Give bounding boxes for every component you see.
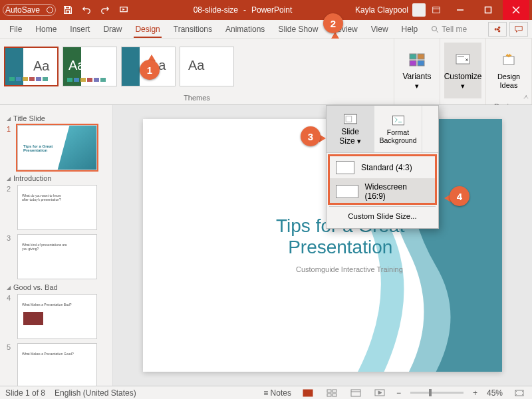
slide-counter[interactable]: Slide 1 of 8 [5,388,45,398]
ribbon-design: Aa Aa Aa Aa Themes Variants▾ Customize▾ [0,39,532,105]
collapse-ribbon-icon[interactable]: ㅅ [523,92,529,102]
app-name: PowerPoint [251,5,292,15]
format-background-button[interactable]: Format Background [374,106,422,152]
tab-home[interactable]: Home [29,20,63,38]
start-from-beginning-icon[interactable] [117,2,130,18]
svg-rect-1 [433,7,440,13]
slide-size-button[interactable]: Slide Size ▾ [327,106,374,152]
zoom-slider[interactable] [410,392,464,394]
svg-rect-20 [351,390,360,396]
slide-size-standard[interactable]: Standard (4:3) [329,157,436,178]
maximize-button[interactable] [475,0,501,20]
section-header[interactable]: Introduction [7,174,106,182]
slide[interactable]: Tips for a Great Presentation Customguid… [143,119,502,372]
undo-icon[interactable] [80,2,93,18]
title-bar: AutoSave 08-slide-size - PowerPoint Kayl… [0,0,532,20]
slide-canvas-area[interactable]: Tips for a Great Presentation Customguid… [113,105,532,386]
design-ideas-button[interactable]: Design Ideas [490,43,527,98]
svg-rect-10 [503,57,514,65]
svg-rect-5 [418,54,424,59]
custom-slide-size[interactable]: Custom Slide Size... [329,208,436,224]
slide-subtitle-text[interactable]: Customguide Interactive Training [296,265,403,273]
tab-insert[interactable]: Insert [63,20,96,38]
svg-rect-6 [410,61,416,66]
svg-rect-14 [303,390,313,396]
document-name: 08-slide-size [194,5,238,15]
callout-3: 3 [301,126,321,146]
tab-view[interactable]: View [364,20,395,38]
callout-1: 1 [140,60,160,80]
tab-transitions[interactable]: Transitions [167,20,219,38]
svg-rect-13 [392,116,404,125]
svg-point-3 [432,26,437,31]
slideshow-view-icon[interactable] [372,388,387,398]
customize-button[interactable]: Customize▾ [444,43,481,98]
aspect-16-9-icon [336,185,358,198]
callout-2: 2 [323,13,343,33]
workspace: Title Slide 1Tips for a GreatPresentatio… [0,105,532,386]
theme-thumbnail[interactable]: Aa [63,47,117,86]
svg-rect-7 [418,61,424,66]
ribbon-display-options-icon[interactable] [427,2,446,18]
svg-rect-16 [327,390,331,392]
zoom-level[interactable]: 45% [487,388,503,398]
svg-rect-4 [410,54,416,59]
close-button[interactable] [503,0,529,20]
theme-thumbnail[interactable]: Aa [4,47,59,86]
slide-thumbnail[interactable]: What Makes a Presentation Bad? [17,294,97,339]
svg-rect-9 [458,56,464,57]
tell-me-search[interactable]: Tell me [424,20,473,38]
slide-thumbnail-panel[interactable]: Title Slide 1Tips for a GreatPresentatio… [0,105,113,386]
language-indicator[interactable]: English (United States) [55,388,136,398]
notes-toggle[interactable]: ≡ Notes [263,388,291,398]
svg-rect-2 [485,7,491,13]
reading-view-icon[interactable] [348,388,363,398]
ribbon-group-themes: Themes [0,94,394,104]
callout-4: 4 [450,186,469,206]
redo-icon[interactable] [98,2,112,18]
slide-sorter-view-icon[interactable] [325,388,339,398]
user-avatar[interactable] [412,3,426,17]
user-name: Kayla Claypool [355,5,408,15]
svg-rect-12 [346,116,352,122]
svg-rect-17 [332,390,336,392]
zoom-out[interactable]: − [396,388,401,398]
normal-view-icon[interactable] [301,388,315,398]
tab-animations[interactable]: Animations [219,20,271,38]
section-header[interactable]: Good vs. Bad [7,283,106,291]
status-bar: Slide 1 of 8 English (United States) ≡ N… [0,386,532,399]
theme-thumbnail[interactable]: Aa [180,47,234,86]
tab-draw[interactable]: Draw [96,20,128,38]
comments-button[interactable] [509,22,528,37]
tab-design[interactable]: Design [128,20,166,38]
save-icon[interactable] [61,2,74,18]
slide-thumbnail[interactable]: What do you want to knowafter today's pr… [17,185,97,230]
tab-slideshow[interactable]: Slide Show [271,20,325,38]
customize-dropdown: Slide Size ▾ Format Background Standard … [326,105,439,229]
variants-button[interactable]: Variants▾ [398,43,436,98]
autosave-label: AutoSave [5,5,40,15]
slide-thumbnail[interactable]: What Makes a Presentation Good? [17,343,97,386]
slide-size-widescreen[interactable]: Widescreen (16:9) [329,178,436,205]
autosave-knob-off [47,7,53,13]
svg-rect-19 [332,394,336,396]
minimize-button[interactable] [447,0,473,20]
tab-file[interactable]: File [3,20,29,38]
slide-thumbnail[interactable]: What kind of presentations areyou giving… [17,234,97,279]
tab-help[interactable]: Help [395,20,425,38]
share-button[interactable] [488,22,507,37]
fit-to-window-icon[interactable] [512,388,527,398]
autosave-toggle[interactable]: AutoSave [3,4,56,16]
section-header[interactable]: Title Slide [7,114,106,122]
slide-thumbnail[interactable]: Tips for a GreatPresentation [17,125,97,170]
aspect-4-3-icon [336,161,354,174]
ribbon-tabs: File Home Insert Draw Design Transitions… [0,20,532,39]
svg-rect-18 [327,394,331,396]
zoom-in[interactable]: + [473,388,477,398]
